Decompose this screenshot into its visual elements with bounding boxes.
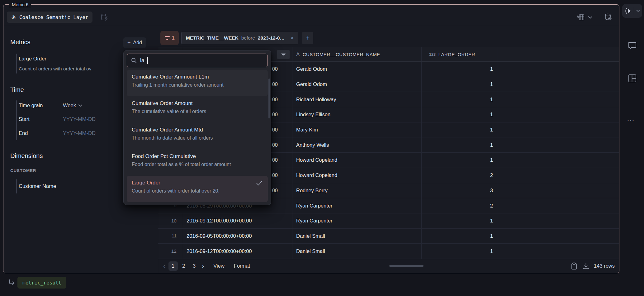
column-label: LARGE_ORDER: [438, 52, 475, 57]
add-metric-button[interactable]: + Add: [123, 37, 146, 48]
add-label: Add: [133, 40, 142, 45]
metric-search-dropdown: la Cumulative Order Ammount L1m Trailing…: [123, 50, 271, 205]
return-arrow-icon: [8, 279, 16, 286]
result-variable-badge[interactable]: metric_result: [17, 277, 66, 289]
metric-option[interactable]: Cumulative Order Amount The cumulative v…: [127, 96, 268, 123]
filter-count-chip[interactable]: 1: [160, 31, 179, 45]
notebook-canvas: ✳ Coalesce Semantic Layer Metrics Large …: [0, 0, 644, 296]
header-divider: [3, 25, 619, 25]
chevron-down-icon[interactable]: [588, 16, 592, 19]
filter-count: 1: [172, 35, 175, 41]
end-label: End: [19, 130, 28, 136]
page-button[interactable]: 1: [168, 261, 178, 271]
time-heading: Time: [10, 86, 24, 93]
filter-operator: before: [241, 35, 255, 41]
metric-option[interactable]: Food Order Pct Cumulative Food order tot…: [127, 149, 268, 176]
metric-option-description: The month to date value of all orders: [132, 135, 263, 141]
dimension-item[interactable]: Customer Name: [19, 183, 56, 189]
metric-option-description: Count of orders with order total over 20…: [132, 188, 263, 194]
cell-title: Metric 6: [9, 1, 31, 8]
dimension-group-label: CUSTOMER: [10, 168, 36, 173]
more-options-icon[interactable]: ⋯: [627, 116, 635, 125]
time-grain-select[interactable]: Week: [63, 103, 82, 108]
source-title: Coalesce Semantic Layer: [19, 14, 88, 20]
large-order-column-header[interactable]: 123 LARGE_ORDER: [422, 47, 498, 61]
metric-option-description: Food order total as a % of total order a…: [132, 162, 263, 167]
customer-name-column-header[interactable]: A CUSTOMER__CUSTOMER_NAME: [292, 47, 422, 61]
metric-option[interactable]: Cumulative Order Amount Mtd The month to…: [127, 123, 268, 149]
metric-option-title: Food Order Pct Cumulative: [132, 153, 263, 160]
metric-description: Count of orders with order total ov: [19, 66, 123, 72]
horizontal-scrollbar-thumb[interactable]: [389, 265, 424, 267]
result-variable-name: metric_result: [22, 280, 61, 286]
time-grain-value: Week: [63, 103, 76, 108]
prev-page-button[interactable]: ‹: [161, 262, 168, 270]
dropdown-scrollbar-thumb[interactable]: [268, 79, 270, 118]
column-filter-indicator[interactable]: [277, 50, 290, 59]
table-row[interactable]: 12 2016-09-12T00:00:00+00:00 Daniel Smal…: [158, 244, 619, 259]
time-indent-bar: [16, 100, 17, 140]
filter-icon: [164, 36, 170, 41]
page-buttons: 123: [168, 261, 200, 271]
search-input[interactable]: la: [127, 54, 268, 67]
run-icon: [624, 7, 632, 15]
search-icon: [131, 57, 137, 64]
row-count: 143 rows: [594, 263, 615, 269]
end-date-input[interactable]: YYYY-MM-DD: [63, 130, 96, 136]
table-output-icon[interactable]: [577, 13, 585, 21]
run-options-chevron[interactable]: [634, 10, 642, 12]
view-tab[interactable]: View: [213, 263, 224, 269]
filter-pill[interactable]: METRIC_TIME__WEEK before 2023-12-0… ×: [181, 32, 298, 44]
metric-indent-bar: [16, 54, 17, 74]
format-tab[interactable]: Format: [234, 263, 250, 269]
time-grain-label: Time grain: [19, 103, 43, 108]
metric-option-title: Cumulative Order Amount Mtd: [132, 127, 263, 133]
download-icon[interactable]: [582, 262, 590, 270]
metric-options-list: Cumulative Order Ammount L1m Trailing 1 …: [127, 70, 268, 202]
start-date-input[interactable]: YYYY-MM-DD: [63, 116, 96, 122]
column-label: CUSTOMER__CUSTOMER_NAME: [303, 52, 380, 57]
start-label: Start: [19, 116, 30, 122]
metric-option-title: Cumulative Order Ammount L1m: [132, 74, 263, 80]
search-query: la: [140, 57, 144, 64]
run-cell-button[interactable]: [622, 7, 634, 15]
chevron-down-icon: [78, 104, 82, 107]
text-type-icon: A: [296, 51, 300, 58]
plus-icon: +: [306, 35, 310, 42]
metric-option[interactable]: Cumulative Order Ammount L1m Trailing 1 …: [127, 70, 268, 96]
comment-icon[interactable]: [627, 41, 637, 50]
filler-column-header: [498, 47, 619, 61]
filter-value: 2023-12-0…: [258, 35, 285, 41]
add-filter-button[interactable]: +: [302, 32, 313, 44]
metric-option-description: The cumulative value of all orders: [132, 109, 263, 114]
metric-option-description: Trailing 1 month cumulative order amount: [132, 82, 263, 88]
run-cell-button-group: [622, 4, 642, 18]
next-page-button[interactable]: ›: [200, 262, 207, 270]
metric-option-title: Cumulative Order Amount: [132, 100, 263, 107]
metric-option-title: Large Order: [132, 180, 263, 186]
metric-name[interactable]: Large Order: [19, 56, 46, 62]
selected-check-icon: [256, 180, 263, 186]
text-cursor: [147, 57, 148, 64]
table-row[interactable]: 10 2016-09-12T00:00:00+00:00 Ryan Carpen…: [158, 213, 619, 229]
metric-option[interactable]: Large Order Count of orders with order t…: [127, 176, 268, 202]
preview-data-icon[interactable]: [604, 12, 613, 22]
layout-view-icon[interactable]: [628, 74, 637, 83]
dimension-indent-bar: [16, 179, 17, 193]
plus-icon: +: [127, 40, 131, 46]
metrics-heading: Metrics: [10, 39, 30, 46]
filter-icon: [281, 52, 286, 57]
chevron-down-icon: [636, 10, 640, 12]
table-row[interactable]: 11 2016-09-05T00:00:00+00:00 Daniel Smal…: [158, 229, 619, 244]
filter-field: METRIC_TIME__WEEK: [186, 35, 239, 41]
coalesce-logo-icon: ✳: [11, 14, 16, 20]
remove-filter-icon[interactable]: ×: [291, 35, 294, 41]
semantic-layer-source-pill[interactable]: ✳ Coalesce Semantic Layer: [7, 12, 92, 23]
pagination-bar: ‹ 123 › View Format 143 rows: [158, 259, 619, 273]
page-button[interactable]: 3: [190, 261, 199, 271]
copy-table-icon[interactable]: [571, 262, 577, 270]
dimensions-heading: Dimensions: [10, 152, 43, 160]
number-type-icon: 123: [429, 52, 436, 57]
page-button[interactable]: 2: [179, 261, 188, 271]
database-lightning-icon: [100, 13, 108, 21]
